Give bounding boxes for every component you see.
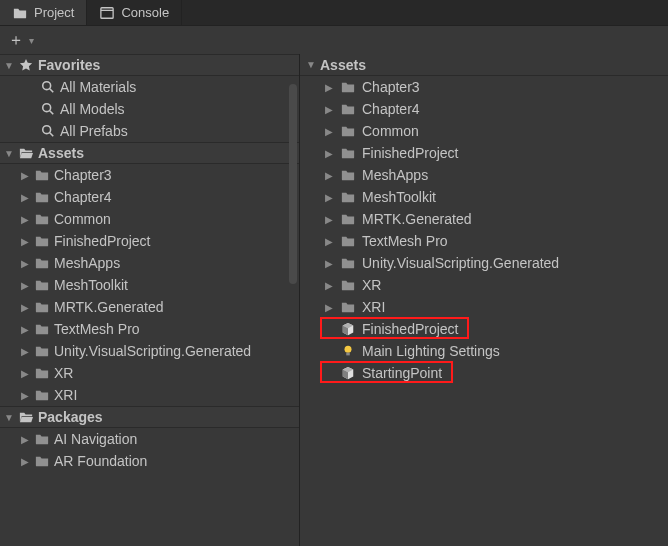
list-item-label: MeshToolkit — [54, 277, 128, 293]
folder-item[interactable]: ▶Unity.VisualScripting.Generated — [300, 252, 668, 274]
tab-label: Project — [34, 5, 74, 20]
chevron-right-icon: ▶ — [20, 280, 30, 291]
folder-item[interactable]: ▶MeshApps — [0, 252, 299, 274]
list-item-label: AR Foundation — [54, 453, 147, 469]
folder-icon — [34, 365, 50, 381]
left-pane[interactable]: ▼FavoritesAll MaterialsAll ModelsAll Pre… — [0, 54, 300, 546]
folder-item[interactable]: ▶FinishedProject — [0, 230, 299, 252]
asset-item[interactable]: FinishedProject — [300, 318, 668, 340]
tab-project[interactable]: Project — [0, 0, 87, 25]
list-item-label: Chapter3 — [54, 167, 112, 183]
folder-icon — [340, 189, 356, 205]
folder-item[interactable]: ▶Common — [0, 208, 299, 230]
folder-item[interactable]: ▶Unity.VisualScripting.Generated — [0, 340, 299, 362]
list-item-label: FinishedProject — [362, 321, 459, 337]
folder-item[interactable]: ▶FinishedProject — [300, 142, 668, 164]
folder-item[interactable]: ▶MeshToolkit — [0, 274, 299, 296]
list-item-label: MeshApps — [362, 167, 428, 183]
tab-console[interactable]: Console — [87, 0, 182, 25]
folder-item[interactable]: ▶Chapter3 — [0, 164, 299, 186]
folder-item[interactable]: ▶Common — [300, 120, 668, 142]
folder-icon — [340, 255, 356, 271]
folder-item[interactable]: ▶Chapter3 — [300, 76, 668, 98]
list-item-label: MRTK.Generated — [362, 211, 471, 227]
folder-icon — [340, 145, 356, 161]
chevron-right-icon: ▶ — [20, 324, 30, 335]
folder-icon — [34, 387, 50, 403]
scrollbar[interactable] — [289, 84, 297, 284]
folder-item[interactable]: ▶XR — [0, 362, 299, 384]
chevron-down-icon: ▾ — [26, 35, 36, 46]
chevron-right-icon: ▶ — [324, 148, 334, 159]
section-label: Assets — [38, 145, 84, 161]
chevron-right-icon: ▶ — [20, 214, 30, 225]
list-item-label: All Prefabs — [60, 123, 128, 139]
chevron-right-icon: ▶ — [20, 170, 30, 181]
chevron-right-icon: ▶ — [20, 456, 30, 467]
list-item-label: Main Lighting Settings — [362, 343, 500, 359]
chevron-right-icon: ▶ — [324, 170, 334, 181]
list-item-label: MeshApps — [54, 255, 120, 271]
chevron-down-icon: ▼ — [4, 60, 14, 71]
folder-item[interactable]: ▶MeshToolkit — [300, 186, 668, 208]
add-button[interactable]: ＋ ▾ — [8, 30, 36, 51]
folder-icon — [34, 233, 50, 249]
section-packages[interactable]: ▼Packages — [0, 406, 299, 428]
unity-icon — [340, 321, 356, 337]
chevron-right-icon: ▶ — [324, 82, 334, 93]
list-item-label: XRI — [362, 299, 385, 315]
list-item-label: TextMesh Pro — [362, 233, 448, 249]
folder-icon — [340, 211, 356, 227]
folder-icon — [34, 343, 50, 359]
folder-icon — [340, 299, 356, 315]
folder-item[interactable]: ▶AI Navigation — [0, 428, 299, 450]
favorite-item[interactable]: All Prefabs — [0, 120, 299, 142]
folder-item[interactable]: ▶Chapter4 — [0, 186, 299, 208]
folder-item[interactable]: ▶XRI — [0, 384, 299, 406]
chevron-right-icon: ▶ — [324, 126, 334, 137]
search-icon — [40, 123, 56, 139]
folder-icon — [34, 255, 50, 271]
chevron-right-icon: ▶ — [324, 214, 334, 225]
chevron-right-icon: ▶ — [20, 236, 30, 247]
breadcrumb-label: Assets — [320, 57, 366, 73]
folder-icon — [34, 299, 50, 315]
chevron-right-icon: ▶ — [324, 302, 334, 313]
folder-icon — [12, 5, 28, 21]
folder-item[interactable]: ▶MeshApps — [300, 164, 668, 186]
folder-item[interactable]: ▶MRTK.Generated — [300, 208, 668, 230]
asset-item[interactable]: Main Lighting Settings — [300, 340, 668, 362]
folder-item[interactable]: ▶AR Foundation — [0, 450, 299, 472]
list-item-label: XR — [362, 277, 381, 293]
folder-icon — [34, 211, 50, 227]
folder-item[interactable]: ▶Chapter4 — [300, 98, 668, 120]
asset-item[interactable]: StartingPoint — [300, 362, 668, 384]
chevron-right-icon: ▶ — [324, 192, 334, 203]
folder-item[interactable]: ▶TextMesh Pro — [300, 230, 668, 252]
chevron-right-icon: ▶ — [324, 104, 334, 115]
favorite-item[interactable]: All Materials — [0, 76, 299, 98]
breadcrumb[interactable]: ▼ Assets — [300, 54, 668, 76]
plus-icon: ＋ — [8, 30, 24, 51]
right-pane[interactable]: ▼ Assets ▶Chapter3▶Chapter4▶Common▶Finis… — [300, 54, 668, 546]
chevron-right-icon: ▶ — [324, 258, 334, 269]
folder-item[interactable]: ▶XR — [300, 274, 668, 296]
chevron-right-icon: ▶ — [324, 280, 334, 291]
folder-icon — [34, 321, 50, 337]
search-icon — [40, 101, 56, 117]
list-item-label: All Materials — [60, 79, 136, 95]
list-item-label: Chapter3 — [362, 79, 420, 95]
folder-item[interactable]: ▶TextMesh Pro — [0, 318, 299, 340]
folder-icon — [340, 123, 356, 139]
folder-icon — [34, 189, 50, 205]
folder-item[interactable]: ▶MRTK.Generated — [0, 296, 299, 318]
chevron-down-icon: ▼ — [306, 59, 316, 70]
list-item-label: FinishedProject — [362, 145, 459, 161]
folder-item[interactable]: ▶XRI — [300, 296, 668, 318]
chevron-down-icon: ▼ — [4, 148, 14, 159]
search-icon — [40, 79, 56, 95]
list-item-label: Chapter4 — [54, 189, 112, 205]
section-assets[interactable]: ▼Assets — [0, 142, 299, 164]
section-favorites[interactable]: ▼Favorites — [0, 54, 299, 76]
favorite-item[interactable]: All Models — [0, 98, 299, 120]
